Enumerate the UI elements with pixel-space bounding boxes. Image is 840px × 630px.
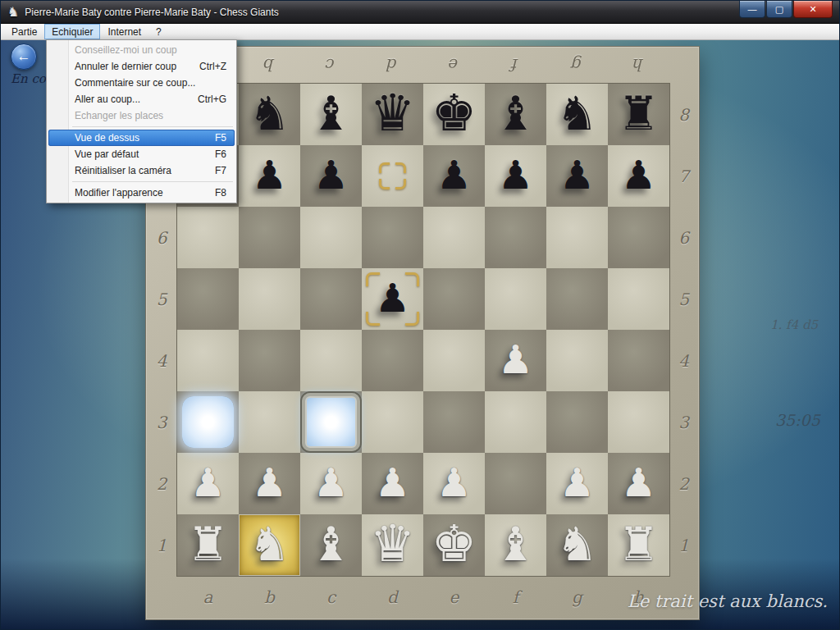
piece-white-pawn[interactable]: ♟ xyxy=(608,451,669,513)
square-a4[interactable] xyxy=(177,330,239,391)
close-button[interactable]: ✕ xyxy=(793,1,833,18)
menubar-item-echiquier[interactable]: Echiquier xyxy=(44,24,100,39)
square-h3[interactable] xyxy=(608,391,669,453)
square-e6[interactable] xyxy=(423,207,485,268)
piece-white-bishop[interactable]: ♝ xyxy=(300,513,362,574)
square-f6[interactable] xyxy=(485,207,546,268)
square-d6[interactable] xyxy=(362,207,423,268)
square-h7[interactable]: ♟ xyxy=(608,145,669,207)
square-e7[interactable]: ♟ xyxy=(423,145,485,207)
square-f4[interactable]: ♟ xyxy=(485,330,546,391)
piece-white-pawn[interactable]: ♟ xyxy=(239,451,300,513)
square-g3[interactable] xyxy=(546,391,608,453)
piece-white-knight[interactable]: ♞ xyxy=(239,513,300,574)
piece-black-queen[interactable]: ♛ xyxy=(362,82,423,144)
square-g2[interactable]: ♟ xyxy=(546,453,608,514)
square-e5[interactable] xyxy=(423,268,485,330)
square-c8[interactable]: ♝ xyxy=(300,84,362,145)
square-g6[interactable] xyxy=(546,207,608,268)
square-b7[interactable]: ♟ xyxy=(239,145,300,207)
square-f5[interactable] xyxy=(485,268,546,330)
square-g4[interactable] xyxy=(546,330,608,391)
piece-black-knight[interactable]: ♞ xyxy=(239,82,300,144)
piece-white-pawn[interactable]: ♟ xyxy=(485,328,546,390)
square-e2[interactable]: ♟ xyxy=(423,453,485,514)
square-c1[interactable]: ♝ xyxy=(300,514,362,576)
piece-black-rook[interactable]: ♜ xyxy=(608,82,669,144)
piece-white-pawn[interactable]: ♟ xyxy=(300,451,362,513)
piece-white-king[interactable]: ♚ xyxy=(423,513,485,574)
square-f1[interactable]: ♝ xyxy=(485,514,546,576)
menu-item-vue-de-dessus[interactable]: Vue de dessus F5 xyxy=(48,130,235,146)
move-hint-highlight[interactable] xyxy=(182,396,234,448)
piece-white-rook[interactable]: ♜ xyxy=(177,513,239,574)
square-g7[interactable]: ♟ xyxy=(546,145,608,207)
menu-item-vue-par-defaut[interactable]: Vue par défaut F6 xyxy=(48,146,235,162)
piece-white-pawn[interactable]: ♟ xyxy=(423,451,485,513)
square-h1[interactable]: ♜ xyxy=(608,514,669,576)
square-c2[interactable]: ♟ xyxy=(300,453,362,514)
square-b6[interactable] xyxy=(239,207,300,268)
square-f7[interactable]: ♟ xyxy=(485,145,546,207)
piece-black-pawn[interactable]: ♟ xyxy=(608,144,669,205)
square-c4[interactable] xyxy=(300,330,362,391)
menu-item-aller-au-coup[interactable]: Aller au coup... Ctrl+G xyxy=(48,91,235,107)
piece-white-pawn[interactable]: ♟ xyxy=(177,451,239,513)
piece-black-king[interactable]: ♚ xyxy=(423,82,485,144)
square-b2[interactable]: ♟ xyxy=(239,453,300,514)
square-h8[interactable]: ♜ xyxy=(608,84,669,145)
square-h6[interactable] xyxy=(608,207,669,268)
square-f8[interactable]: ♝ xyxy=(485,84,546,145)
menubar-item-partie[interactable]: Partie xyxy=(4,24,44,39)
piece-white-queen[interactable]: ♛ xyxy=(362,513,423,574)
piece-black-pawn[interactable]: ♟ xyxy=(362,267,423,328)
square-h4[interactable] xyxy=(608,330,669,391)
square-a3[interactable] xyxy=(177,391,239,453)
square-d8[interactable]: ♛ xyxy=(362,84,423,145)
square-a1[interactable]: ♜ xyxy=(177,514,239,576)
piece-black-pawn[interactable]: ♟ xyxy=(485,144,546,205)
square-b4[interactable] xyxy=(239,330,300,391)
piece-white-pawn[interactable]: ♟ xyxy=(546,451,608,513)
piece-black-pawn[interactable]: ♟ xyxy=(423,144,485,205)
square-g1[interactable]: ♞ xyxy=(546,514,608,576)
square-g8[interactable]: ♞ xyxy=(546,84,608,145)
square-h2[interactable]: ♟ xyxy=(608,453,669,514)
piece-white-rook[interactable]: ♜ xyxy=(608,513,669,574)
square-h5[interactable] xyxy=(608,268,669,330)
square-a6[interactable] xyxy=(177,207,239,268)
menu-item-reinitialiser-la-camera[interactable]: Réinitialiser la caméra F7 xyxy=(48,162,235,179)
menu-item-annuler-le-dernier-coup[interactable]: Annuler le dernier coup Ctrl+Z xyxy=(48,58,235,75)
square-d3[interactable] xyxy=(362,391,423,453)
menubar-item-internet[interactable]: Internet xyxy=(100,24,148,39)
piece-black-pawn[interactable]: ♟ xyxy=(239,144,300,205)
square-a5[interactable] xyxy=(177,268,239,330)
square-c6[interactable] xyxy=(300,207,362,268)
square-b8[interactable]: ♞ xyxy=(239,84,300,145)
piece-white-bishop[interactable]: ♝ xyxy=(485,513,546,574)
square-c3[interactable] xyxy=(300,391,362,453)
menubar-item-help[interactable]: ? xyxy=(148,24,169,39)
square-g5[interactable] xyxy=(546,268,608,330)
piece-white-knight[interactable]: ♞ xyxy=(546,513,608,574)
piece-black-knight[interactable]: ♞ xyxy=(546,82,608,144)
square-b1[interactable]: ♞ xyxy=(239,514,300,576)
piece-black-pawn[interactable]: ♟ xyxy=(300,144,362,205)
piece-white-pawn[interactable]: ♟ xyxy=(362,451,423,513)
minimize-button[interactable]: — xyxy=(739,1,765,18)
square-e1[interactable]: ♚ xyxy=(423,514,485,576)
square-a2[interactable]: ♟ xyxy=(177,453,239,514)
titlebar[interactable]: ♞ Pierre-Marie Baty contre Pierre-Marie … xyxy=(1,1,839,24)
square-d5[interactable]: ♟ xyxy=(362,268,423,330)
maximize-button[interactable]: ▢ xyxy=(766,1,792,18)
square-e8[interactable]: ♚ xyxy=(423,84,485,145)
square-d4[interactable] xyxy=(362,330,423,391)
square-d7[interactable] xyxy=(362,145,423,207)
square-f2[interactable] xyxy=(485,453,546,514)
piece-black-pawn[interactable]: ♟ xyxy=(546,144,608,205)
square-d2[interactable]: ♟ xyxy=(362,453,423,514)
square-e4[interactable] xyxy=(423,330,485,391)
square-d1[interactable]: ♛ xyxy=(362,514,423,576)
piece-black-bishop[interactable]: ♝ xyxy=(485,82,546,144)
square-e3[interactable] xyxy=(423,391,485,453)
